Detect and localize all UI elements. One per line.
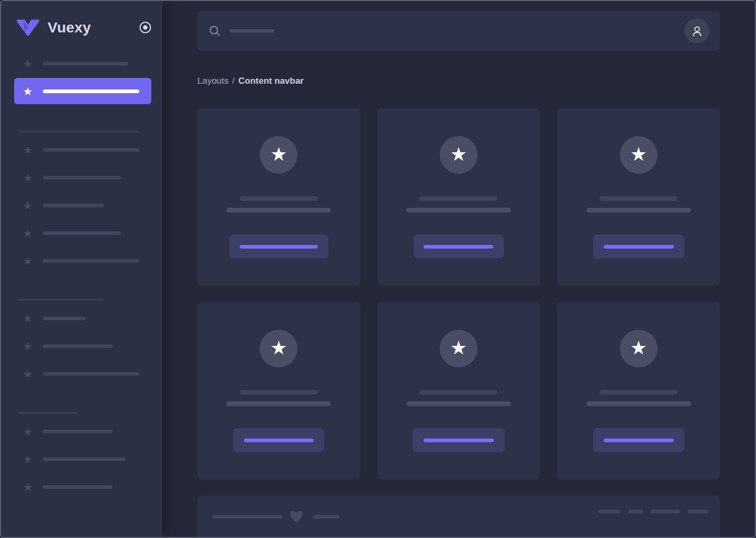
card-text-placeholder-bar <box>586 208 691 212</box>
star-icon: ★ <box>20 454 36 465</box>
star-icon: ★ <box>270 339 287 359</box>
star-icon: ★ <box>270 145 287 165</box>
sidebar-item[interactable]: ★ <box>1 247 162 275</box>
footer-right-group <box>598 510 708 513</box>
placeholder-card: ★ <box>197 302 360 479</box>
footer-placeholder-bar <box>212 515 283 519</box>
card-button[interactable] <box>229 234 328 259</box>
label-placeholder-bar <box>43 62 128 65</box>
star-icon: ★ <box>450 339 467 359</box>
star-icon: ★ <box>20 426 36 437</box>
nav-pin-toggle-icon[interactable] <box>139 21 152 34</box>
card-avatar-circle: ★ <box>260 136 297 174</box>
star-icon: ★ <box>20 481 36 492</box>
label-placeholder-bar <box>43 372 139 376</box>
sidebar-nav: ★★★★★★★★★★★★★ <box>1 50 162 501</box>
placeholder-card: ★ <box>557 108 720 286</box>
label-placeholder-bar <box>43 89 139 93</box>
footer-placeholder-bar <box>687 510 708 513</box>
card-title-placeholder-bar <box>599 196 677 201</box>
star-icon: ★ <box>20 200 36 211</box>
nav-section-divider <box>18 299 104 301</box>
nav-section-divider <box>18 412 77 414</box>
card-avatar-circle: ★ <box>620 330 658 367</box>
star-icon: ★ <box>20 172 36 183</box>
placeholder-card: ★ <box>557 302 720 479</box>
footer <box>197 496 720 538</box>
card-avatar-circle: ★ <box>440 330 477 367</box>
star-icon: ★ <box>630 145 647 165</box>
user-avatar[interactable] <box>684 18 709 43</box>
placeholder-card: ★ <box>377 108 540 286</box>
brand: Vuexy <box>1 1 162 50</box>
card-button[interactable] <box>233 428 324 452</box>
card-title-placeholder-bar <box>599 390 677 395</box>
button-label-placeholder-bar <box>424 245 493 249</box>
star-icon: ★ <box>20 368 36 379</box>
button-label-placeholder-bar <box>604 439 674 442</box>
sidebar: Vuexy ★★★★★★★★★★★★★ <box>1 1 162 537</box>
star-icon: ★ <box>630 339 647 359</box>
sidebar-item[interactable]: ★ <box>1 164 162 192</box>
sidebar-item[interactable]: ★ <box>1 473 162 501</box>
star-icon: ★ <box>20 228 36 239</box>
footer-placeholder-bar <box>651 510 680 513</box>
card-title-placeholder-bar <box>240 196 318 201</box>
card-title-placeholder-bar <box>240 390 318 395</box>
label-placeholder-bar <box>43 148 139 152</box>
card-title-placeholder-bar <box>419 390 497 395</box>
search-icon <box>209 25 220 37</box>
heart-icon <box>289 510 304 523</box>
vuexy-logo-icon <box>16 19 40 36</box>
button-label-placeholder-bar <box>244 439 314 442</box>
star-icon: ★ <box>20 341 36 352</box>
sidebar-item-active[interactable]: ★ <box>14 78 151 104</box>
top-navbar <box>197 11 720 51</box>
button-label-placeholder-bar <box>604 245 674 249</box>
breadcrumb-link-layouts[interactable]: Layouts <box>197 76 229 86</box>
card-title-placeholder-bar <box>419 196 497 201</box>
sidebar-item[interactable]: ★ <box>1 332 162 360</box>
button-label-placeholder-bar <box>240 245 318 249</box>
card-text-placeholder-bar <box>586 401 691 406</box>
label-placeholder-bar <box>43 317 86 320</box>
sidebar-item[interactable]: ★ <box>1 305 162 332</box>
sidebar-item[interactable]: ★ <box>1 136 162 164</box>
card-avatar-circle: ★ <box>260 330 297 367</box>
star-icon: ★ <box>20 58 36 69</box>
footer-left-group <box>212 510 340 523</box>
label-placeholder-bar <box>43 457 126 461</box>
breadcrumb-current: Content navbar <box>238 76 304 86</box>
star-icon: ★ <box>20 313 36 324</box>
sidebar-item[interactable]: ★ <box>1 192 162 219</box>
search-bar[interactable] <box>209 25 684 37</box>
sidebar-item[interactable]: ★ <box>1 418 162 445</box>
card-text-placeholder-bar <box>226 208 331 212</box>
label-placeholder-bar <box>43 231 121 235</box>
placeholder-card: ★ <box>377 302 540 479</box>
sidebar-item[interactable]: ★ <box>1 50 162 77</box>
app-window: Vuexy ★★★★★★★★★★★★★ <box>0 0 756 538</box>
sidebar-item[interactable]: ★ <box>1 445 162 473</box>
star-icon: ★ <box>20 144 36 155</box>
card-button[interactable] <box>414 234 504 259</box>
footer-placeholder-bar <box>313 515 340 519</box>
sidebar-item[interactable]: ★ <box>1 360 162 388</box>
card-grid: ★★★★★★ <box>197 108 720 479</box>
star-icon: ★ <box>20 86 36 97</box>
sidebar-item[interactable]: ★ <box>1 219 162 247</box>
label-placeholder-bar <box>43 430 113 433</box>
card-button[interactable] <box>413 428 505 452</box>
label-placeholder-bar <box>43 344 113 348</box>
card-button[interactable] <box>593 234 684 259</box>
card-text-placeholder-bar <box>226 401 331 406</box>
star-icon: ★ <box>20 255 36 266</box>
card-button[interactable] <box>593 428 684 452</box>
breadcrumb-separator: / <box>232 76 235 86</box>
brand-title: Vuexy <box>48 19 91 36</box>
card-text-placeholder-bar <box>406 401 511 406</box>
label-placeholder-bar <box>43 259 139 263</box>
card-text-placeholder-bar <box>406 208 511 212</box>
main-content: Layouts / Content navbar ★★★★★★ <box>162 1 755 537</box>
search-placeholder-bar <box>230 29 274 32</box>
